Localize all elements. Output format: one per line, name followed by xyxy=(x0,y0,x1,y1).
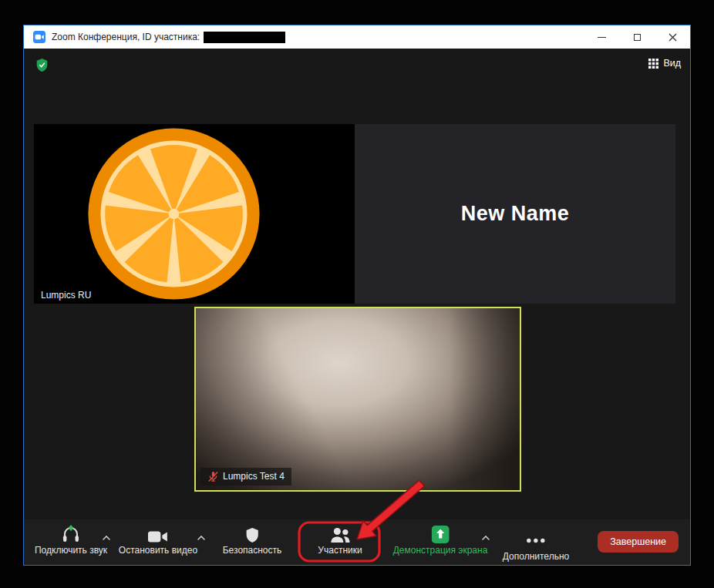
share-screen-icon xyxy=(432,525,450,543)
zoom-window: Zoom Конференция, ID участника: xyxy=(23,25,691,566)
view-label: Вид xyxy=(663,59,681,69)
video-tile-new-name: New Name xyxy=(355,124,675,304)
share-screen-button[interactable]: Демонстрация экрана xyxy=(393,525,488,555)
participant-display-name: New Name xyxy=(461,202,570,226)
view-button[interactable]: Вид xyxy=(648,59,681,69)
security-button[interactable]: Безопасность xyxy=(223,525,282,555)
share-options-chevron-icon[interactable] xyxy=(481,535,491,541)
headset-icon xyxy=(61,525,81,543)
participants-label: Участники xyxy=(318,546,362,555)
titlebar: Zoom Конференция, ID участника: xyxy=(24,25,690,49)
participants-button[interactable]: Участники xyxy=(318,525,362,555)
redacted-meeting-id xyxy=(204,32,285,43)
minimize-icon xyxy=(598,37,606,38)
video-options-chevron-icon[interactable] xyxy=(197,535,207,541)
minimize-button[interactable] xyxy=(584,25,619,49)
audio-options-chevron-icon[interactable] xyxy=(102,535,112,541)
join-audio-button[interactable]: Подключить звук xyxy=(35,525,107,555)
ellipsis-icon xyxy=(526,525,546,549)
end-meeting-button[interactable]: Завершение xyxy=(598,531,679,553)
security-label: Безопасность xyxy=(223,546,282,555)
close-button[interactable] xyxy=(655,25,690,49)
video-tile-lumpics-test4: Lumpics Test 4 xyxy=(194,307,521,492)
video-camera-icon xyxy=(148,525,168,543)
encryption-shield-icon[interactable] xyxy=(35,58,49,72)
zoom-app-icon xyxy=(33,31,45,43)
participant-name-label-muted: Lumpics Test 4 xyxy=(200,468,291,486)
desktop-background: Zoom Конференция, ID участника: xyxy=(0,0,714,588)
meeting-area: Вид Lu xyxy=(24,49,690,519)
orange-slice-image xyxy=(86,126,262,302)
participant-name-label: Lumpics RU xyxy=(34,287,98,304)
stop-video-button[interactable]: Остановить видео xyxy=(119,525,197,555)
close-icon xyxy=(669,33,677,42)
participants-icon xyxy=(329,525,350,543)
maximize-button[interactable] xyxy=(619,25,655,49)
more-button[interactable]: Дополнительно xyxy=(503,525,569,561)
stop-video-label: Остановить видео xyxy=(119,546,197,555)
join-audio-label: Подключить звук xyxy=(35,546,107,555)
window-title: Zoom Конференция, ID участника: xyxy=(52,32,200,42)
grid-view-icon xyxy=(648,59,658,69)
meeting-toolbar: Подключить звук Остановить видео Безопас… xyxy=(24,519,690,565)
video-tile-lumpics-ru: Lumpics RU xyxy=(34,124,355,304)
mic-muted-icon xyxy=(207,471,219,482)
maximize-icon xyxy=(634,34,641,41)
muted-participant-name: Lumpics Test 4 xyxy=(223,471,285,482)
more-label: Дополнительно xyxy=(503,552,569,561)
shield-icon xyxy=(244,525,259,543)
window-controls xyxy=(584,25,690,49)
share-screen-label: Демонстрация экрана xyxy=(393,546,488,555)
